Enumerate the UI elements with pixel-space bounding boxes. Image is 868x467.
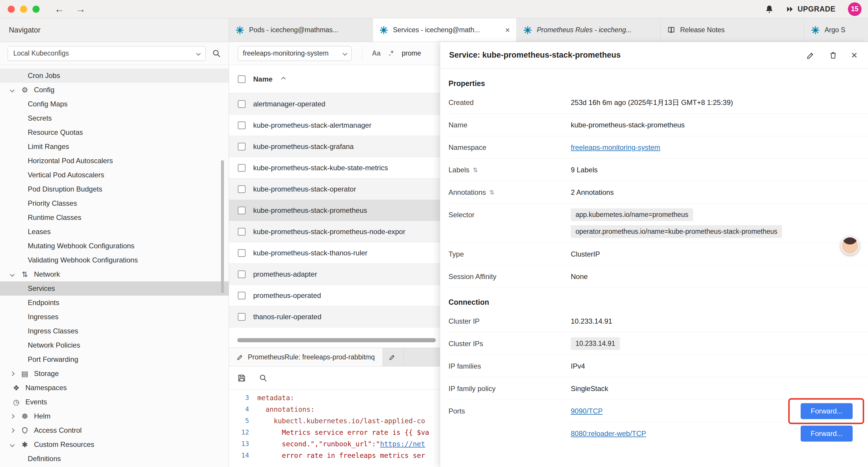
cluster-icon	[811, 26, 820, 35]
service-name: kube-prometheus-stack-alertmanager	[253, 121, 371, 129]
port-link[interactable]: 8080:reloader-web/TCP	[571, 430, 646, 438]
row-checkbox[interactable]	[238, 143, 246, 150]
row-checkbox[interactable]	[238, 207, 246, 214]
line-number: 13	[229, 440, 249, 447]
sidebar-item-custom-resources[interactable]: ✱Custom Resources	[0, 437, 229, 451]
row-checkbox[interactable]	[238, 121, 246, 129]
property-value[interactable]: 2 Annotations	[571, 188, 614, 197]
network-icon: ⇅	[19, 270, 30, 279]
forward-button[interactable]: Forward...	[801, 426, 852, 442]
sidebar-item-cron-jobs[interactable]: Cron Jobs	[0, 68, 229, 83]
sidebar-item-label: Access Control	[34, 426, 82, 435]
namespaces-icon: ❖	[11, 384, 22, 392]
sidebar-item-validating-webhook-configurations[interactable]: Validating Webhook Configurations	[0, 253, 229, 267]
dock-tab-partial[interactable]	[383, 348, 404, 366]
sidebar-item-namespaces[interactable]: ❖Namespaces	[0, 381, 229, 395]
notification-badge[interactable]: 15	[848, 2, 862, 16]
row-checkbox[interactable]	[238, 270, 246, 278]
sidebar-item-access-control[interactable]: Access Control	[0, 423, 229, 437]
name-column-header[interactable]: Name	[253, 75, 272, 83]
sidebar-item-config[interactable]: ⚙Config	[0, 83, 229, 97]
expander-icon[interactable]: ⇅	[473, 167, 478, 174]
save-icon[interactable]	[237, 374, 246, 382]
sidebar-item-events[interactable]: ◷Events	[0, 395, 229, 409]
sidebar-item-network-policies[interactable]: Network Policies	[0, 338, 229, 352]
row-checkbox[interactable]	[238, 313, 246, 321]
property-label: Name	[448, 121, 571, 129]
row-checkbox[interactable]	[238, 164, 246, 172]
forward-icon[interactable]: →	[75, 3, 86, 15]
sidebar-item-definitions[interactable]: Definitions	[0, 451, 229, 466]
expander-icon[interactable]: ⇅	[490, 189, 495, 196]
sidebar-scrollbar[interactable]	[221, 160, 224, 293]
chevron-down-icon	[10, 87, 15, 92]
back-icon[interactable]: ←	[54, 3, 64, 15]
sidebar-item-resource-quotas[interactable]: Resource Quotas	[0, 125, 229, 140]
avatar[interactable]	[841, 236, 859, 255]
tab-pods[interactable]: Pods - icecheng@mathmas...	[229, 18, 373, 42]
property-label: Namespace	[448, 143, 571, 152]
sidebar-item-port-forwarding[interactable]: Port Forwarding	[0, 352, 229, 367]
sidebar-item-mutating-webhook-configurations[interactable]: Mutating Webhook Configurations	[0, 239, 229, 253]
trash-icon[interactable]	[829, 51, 838, 60]
sidebar-item-limit-ranges[interactable]: Limit Ranges	[0, 140, 229, 154]
chevron-right-icon	[10, 428, 15, 433]
sort-ascending-icon[interactable]	[281, 77, 286, 82]
row-checkbox[interactable]	[238, 100, 246, 108]
kubeconfig-select[interactable]: Local Kubeconfigs	[8, 46, 206, 61]
sidebar-item-vertical-pod-autoscalers[interactable]: Vertical Pod Autoscalers	[0, 168, 229, 182]
sidebar-item-services[interactable]: Services	[0, 282, 229, 296]
search-field[interactable]: Aa .* prome	[362, 46, 421, 61]
minimize-window-button[interactable]	[20, 6, 27, 13]
sidebar-item-network[interactable]: ⇅Network	[0, 267, 229, 282]
property-value: kube-prometheus-stack-prometheus	[571, 121, 685, 129]
service-name: alertmanager-operated	[253, 100, 325, 108]
close-icon[interactable]: ×	[505, 25, 510, 35]
edit-icon[interactable]	[806, 51, 815, 60]
upgrade-button[interactable]: UPGRADE	[786, 5, 836, 13]
sidebar-item-config-maps[interactable]: Config Maps	[0, 97, 229, 111]
tab-release-notes[interactable]: Release Notes	[660, 18, 804, 42]
row-checkbox[interactable]	[238, 292, 246, 299]
forward-button[interactable]: Forward...	[801, 403, 852, 419]
row-checkbox[interactable]	[238, 228, 246, 236]
row-checkbox[interactable]	[238, 185, 246, 193]
sidebar-item-secrets[interactable]: Secrets	[0, 111, 229, 125]
search-query[interactable]: prome	[402, 49, 421, 57]
line-number: 4	[229, 406, 249, 413]
property-value: None	[571, 272, 588, 281]
sidebar-item-ingresses[interactable]: Ingresses	[0, 310, 229, 324]
detail-header: Service: kube-prometheus-stack-prometheu…	[440, 42, 868, 68]
namespace-link[interactable]: freeleaps-monitoring-system	[571, 143, 660, 152]
search-icon[interactable]	[212, 49, 221, 58]
namespace-filter-select[interactable]: freeleaps-monitoring-system	[238, 46, 351, 61]
tab-prometheus-rules[interactable]: Prometheus Rules - icecheng...	[517, 18, 660, 42]
row-checkbox[interactable]	[238, 249, 246, 257]
close-icon[interactable]: ×	[851, 50, 857, 61]
search-icon[interactable]	[259, 374, 267, 382]
sidebar-item-ingress-classes[interactable]: Ingress Classes	[0, 324, 229, 338]
port-link[interactable]: 9090/TCP	[571, 407, 603, 415]
code-text: second.","runbook_url":"	[257, 440, 380, 448]
dock-tab-prometheusrule[interactable]: PrometheusRule: freeleaps-prod-rabbitmq	[229, 348, 383, 366]
maximize-window-button[interactable]	[32, 6, 39, 13]
horizontal-scrollbar[interactable]	[237, 338, 436, 342]
property-value[interactable]: 9 Labels	[571, 166, 598, 174]
sidebar-item-endpoints[interactable]: Endpoints	[0, 296, 229, 310]
code-text: annotations:	[257, 406, 315, 413]
tab-argo[interactable]: Argo S	[804, 18, 868, 42]
sidebar-item-runtime-classes[interactable]: Runtime Classes	[0, 210, 229, 225]
sidebar-item-pod-disruption-budgets[interactable]: Pod Disruption Budgets	[0, 182, 229, 196]
sidebar-item-storage[interactable]: ▤Storage	[0, 367, 229, 381]
bell-icon[interactable]	[765, 5, 774, 13]
sidebar-item-priority-classes[interactable]: Priority Classes	[0, 196, 229, 210]
sidebar-item-leases[interactable]: Leases	[0, 225, 229, 239]
match-case-icon[interactable]: Aa	[372, 49, 380, 57]
close-window-button[interactable]	[8, 6, 15, 13]
tab-services[interactable]: Services - icecheng@math... ×	[373, 18, 517, 42]
sidebar-item-horizontal-pod-autoscalers[interactable]: Horizontal Pod Autoscalers	[0, 154, 229, 168]
regex-icon[interactable]: .*	[389, 49, 393, 57]
service-name: prometheus-adapter	[253, 270, 317, 279]
select-all-checkbox[interactable]	[238, 76, 246, 83]
sidebar-item-helm[interactable]: ☸Helm	[0, 409, 229, 423]
